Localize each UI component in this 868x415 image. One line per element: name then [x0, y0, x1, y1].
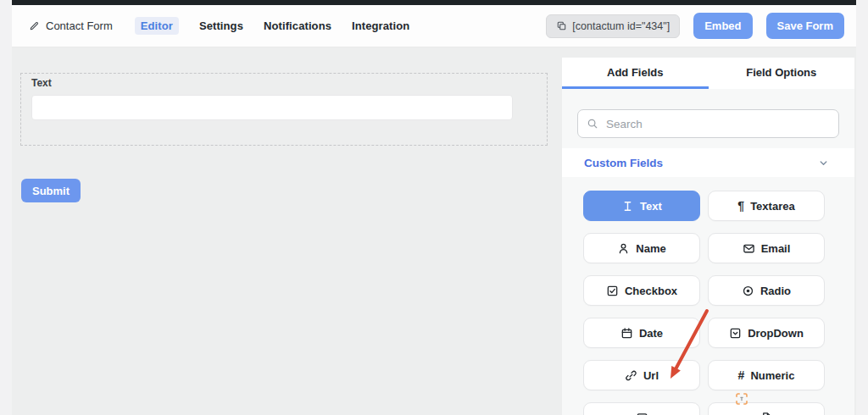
search-area [562, 89, 854, 138]
text-field-input[interactable] [31, 95, 513, 120]
field-button-email[interactable]: Email [708, 233, 825, 263]
field-button-radio[interactable]: Radio [708, 275, 825, 306]
user-icon [617, 242, 630, 255]
field-button-textarea[interactable]: ¶Textarea [708, 191, 825, 221]
field-button-label: Checkbox [625, 285, 677, 297]
field-button-partial-11[interactable] [708, 402, 825, 415]
field-button-label: DropDown [748, 327, 804, 340]
image-icon [636, 412, 648, 415]
tab-settings[interactable]: Settings [199, 19, 243, 32]
radio-icon [742, 285, 754, 297]
field-button-label: Textarea [750, 200, 795, 213]
shortcode-text: [contactum id="434"] [572, 20, 670, 32]
field-button-date[interactable]: Date [583, 318, 700, 348]
tab-add-fields[interactable]: Add Fields [562, 58, 709, 89]
builder-header: Contact Form Editor Settings Notificatio… [12, 5, 856, 47]
text-field-label: Text [31, 77, 52, 89]
search-icon [587, 118, 598, 130]
embed-button[interactable]: Embed [693, 13, 752, 39]
dropdown-icon [729, 327, 742, 340]
form-title-label: Contact Form [46, 19, 113, 32]
form-title: Contact Form [29, 19, 113, 32]
tab-field-options[interactable]: Field Options [709, 58, 855, 89]
form-builder-app: Contact Form Editor Settings Notificatio… [0, 0, 868, 415]
field-button-label: Name [636, 242, 665, 255]
field-button-label: Url [643, 369, 659, 382]
field-button-dropdown[interactable]: DropDown [708, 318, 825, 348]
tab-integration[interactable]: Integration [352, 19, 409, 32]
field-button-label: Email [761, 242, 791, 255]
field-button-label: Text [640, 200, 662, 213]
field-button-checkbox[interactable]: Checkbox [583, 275, 700, 306]
loader-marker-icon [736, 393, 748, 405]
field-button-label: Numeric [750, 369, 794, 382]
shortcode-copy-button[interactable]: [contactum id="434"] [546, 14, 680, 38]
search-input-box[interactable] [577, 109, 839, 138]
calendar-icon [620, 327, 633, 340]
pilcrow-icon: ¶ [737, 200, 744, 212]
copy-icon [556, 20, 567, 31]
text-field-block[interactable]: Text [20, 73, 548, 146]
save-form-button[interactable]: Save Form [766, 13, 844, 39]
field-buttons-grid: Text¶TextareaNameEmailCheckboxRadioDateD… [583, 191, 825, 415]
fields-sidebar: Add Fields Field Options Custom Fields T… [562, 58, 854, 415]
header-tabs: Editor Settings Notifications Integratio… [135, 17, 410, 35]
pencil-icon [29, 20, 40, 31]
field-button-text[interactable]: Text [583, 191, 700, 221]
hash-icon: # [738, 369, 745, 381]
field-button-url[interactable]: Url [583, 360, 700, 390]
tab-notifications[interactable]: Notifications [264, 19, 331, 32]
search-input[interactable] [604, 117, 830, 131]
envelope-icon [743, 242, 755, 255]
custom-fields-section-header[interactable]: Custom Fields [562, 148, 854, 177]
file-icon [760, 412, 773, 415]
field-button-partial-10[interactable] [583, 402, 700, 415]
custom-fields-title: Custom Fields [584, 157, 663, 169]
chevron-down-icon[interactable] [818, 158, 829, 169]
checkbox-icon [606, 285, 619, 297]
header-actions: [contactum id="434"] Embed Save Form [546, 13, 844, 39]
field-button-label: Radio [760, 285, 791, 297]
field-button-numeric[interactable]: #Numeric [708, 360, 825, 390]
tab-editor[interactable]: Editor [135, 17, 179, 35]
text-cursor-icon [621, 200, 634, 213]
link-icon [625, 369, 637, 382]
field-button-label: Date [639, 327, 663, 340]
sidebar-tabs: Add Fields Field Options [562, 58, 854, 89]
field-button-name[interactable]: Name [583, 233, 700, 263]
submit-button[interactable]: Submit [21, 179, 81, 202]
